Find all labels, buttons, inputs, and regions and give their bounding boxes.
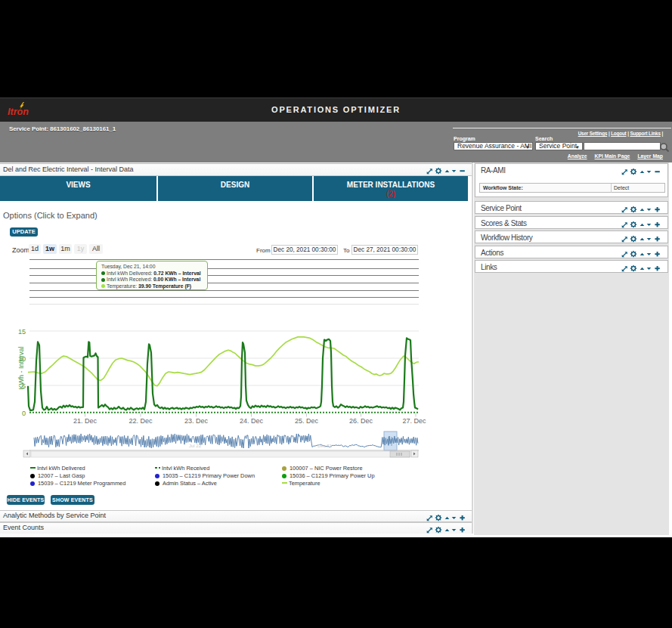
svg-text:Dec 21: Dec 21 (317, 444, 333, 448)
svg-text:Jul 22: Jul 22 (189, 444, 202, 448)
